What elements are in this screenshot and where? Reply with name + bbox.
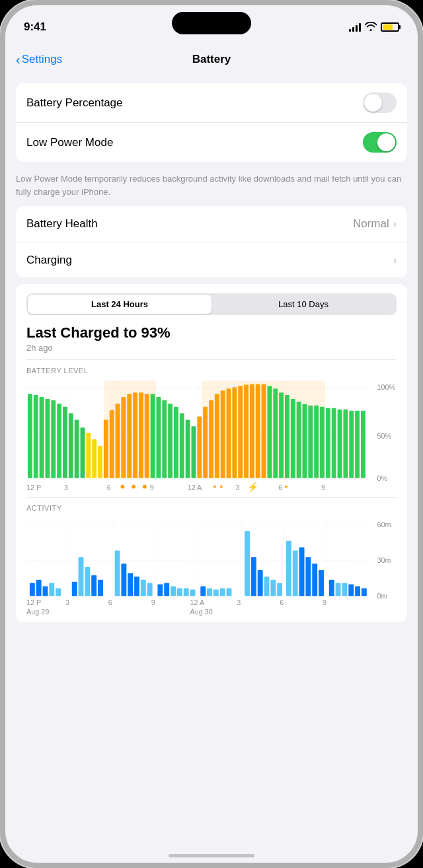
charging-label: Charging — [26, 254, 72, 267]
svg-rect-58 — [297, 401, 301, 478]
svg-rect-27 — [116, 403, 120, 478]
svg-rect-66 — [343, 409, 348, 478]
svg-rect-31 — [139, 392, 143, 478]
svg-rect-47 — [232, 387, 237, 478]
svg-rect-59 — [303, 404, 307, 478]
svg-rect-15 — [45, 399, 50, 478]
svg-rect-55 — [279, 392, 284, 478]
content-area: Battery Percentage Low Power Mode Low Po… — [5, 78, 418, 863]
svg-rect-38 — [180, 413, 184, 478]
svg-rect-131 — [286, 541, 291, 597]
svg-rect-32 — [145, 394, 149, 478]
chevron-right-charging-icon: › — [393, 254, 397, 266]
svg-rect-105 — [85, 567, 90, 596]
svg-rect-112 — [141, 580, 146, 597]
back-button[interactable]: ‹ Settings — [16, 52, 62, 67]
svg-point-74 — [132, 484, 135, 488]
last-charged-sub: 2h ago — [16, 343, 407, 359]
svg-rect-34 — [156, 397, 161, 478]
svg-text:9: 9 — [321, 483, 325, 491]
svg-rect-142 — [362, 588, 367, 596]
svg-point-77 — [220, 485, 223, 488]
svg-rect-30 — [133, 392, 137, 478]
svg-rect-113 — [147, 583, 153, 597]
svg-rect-114 — [157, 585, 163, 597]
segment-10d[interactable]: Last 10 Days — [212, 295, 395, 314]
battery-health-row[interactable]: Battery Health Normal › — [16, 206, 407, 242]
svg-rect-12 — [28, 394, 32, 478]
svg-text:12 P: 12 P — [26, 598, 41, 606]
svg-text:9: 9 — [323, 598, 327, 606]
svg-rect-53 — [267, 386, 272, 478]
svg-rect-130 — [277, 583, 282, 597]
battery-percentage-label: Battery Percentage — [26, 96, 123, 110]
svg-rect-117 — [177, 588, 182, 596]
dynamic-island — [172, 12, 251, 34]
svg-rect-108 — [115, 550, 120, 596]
svg-point-73 — [120, 484, 124, 488]
activity-chart-area: 60m 30m 0m 12 P 3 6 9 12 A 3 6 9 Aug 29 — [16, 515, 407, 622]
battery-level-label: BATTERY LEVEL — [16, 360, 407, 377]
svg-rect-43 — [209, 400, 213, 478]
svg-rect-19 — [69, 413, 73, 478]
activity-chart: 60m 30m 0m 12 P 3 6 9 12 A 3 6 9 Aug 29 — [26, 517, 397, 620]
svg-rect-24 — [98, 445, 102, 478]
svg-text:6: 6 — [108, 598, 112, 606]
svg-text:100%: 100% — [377, 383, 396, 391]
svg-text:3: 3 — [64, 483, 68, 491]
activity-label: ACTIVITY — [16, 497, 407, 515]
svg-rect-109 — [121, 563, 126, 596]
svg-rect-48 — [238, 386, 243, 478]
toggle-knob — [364, 94, 382, 112]
svg-text:6: 6 — [278, 483, 282, 491]
battery-percentage-toggle[interactable] — [363, 92, 397, 113]
svg-rect-100 — [43, 587, 48, 597]
svg-point-76 — [213, 485, 216, 488]
svg-rect-51 — [256, 384, 260, 478]
svg-rect-118 — [184, 588, 189, 596]
svg-text:6: 6 — [107, 483, 111, 491]
svg-text:9: 9 — [150, 483, 154, 491]
svg-rect-57 — [291, 399, 295, 478]
time-range-control[interactable]: Last 24 Hours Last 10 Days — [26, 293, 397, 315]
svg-rect-28 — [121, 397, 126, 478]
svg-rect-54 — [273, 388, 278, 478]
svg-rect-140 — [348, 585, 354, 597]
battery-fill — [383, 24, 393, 30]
battery-status-icon — [381, 22, 399, 32]
svg-rect-110 — [128, 573, 133, 596]
svg-text:30m: 30m — [377, 556, 391, 564]
phone-frame: 9:41 — [0, 0, 423, 868]
svg-rect-136 — [319, 570, 324, 596]
battery-percentage-row: Battery Percentage — [16, 83, 407, 122]
svg-text:3: 3 — [235, 483, 239, 491]
back-label: Settings — [22, 53, 62, 66]
svg-rect-39 — [186, 419, 190, 478]
wifi-icon — [365, 22, 377, 33]
low-power-mode-label: Low Power Mode — [26, 136, 113, 149]
svg-text:Aug 29: Aug 29 — [26, 608, 49, 616]
segment-24h[interactable]: Last 24 Hours — [28, 295, 212, 314]
svg-rect-13 — [34, 395, 38, 478]
svg-text:6: 6 — [280, 598, 284, 606]
svg-rect-69 — [361, 410, 365, 478]
svg-rect-107 — [98, 580, 103, 597]
svg-rect-133 — [299, 548, 305, 597]
svg-rect-119 — [190, 589, 196, 596]
charging-row-item[interactable]: Charging › — [16, 242, 407, 277]
svg-rect-41 — [197, 416, 202, 478]
svg-rect-36 — [168, 403, 173, 478]
low-power-mode-toggle[interactable] — [363, 132, 397, 153]
svg-rect-122 — [213, 589, 219, 596]
status-bar: 9:41 — [5, 5, 418, 41]
low-power-description: Low Power Mode temporarily reduces backg… — [5, 168, 418, 206]
svg-rect-102 — [56, 588, 61, 596]
svg-rect-116 — [171, 587, 176, 597]
svg-rect-37 — [174, 406, 178, 478]
svg-rect-128 — [264, 577, 270, 596]
svg-rect-61 — [314, 405, 319, 478]
svg-rect-141 — [355, 587, 360, 597]
svg-rect-67 — [349, 410, 354, 478]
svg-rect-65 — [338, 409, 342, 478]
svg-rect-104 — [79, 557, 84, 596]
